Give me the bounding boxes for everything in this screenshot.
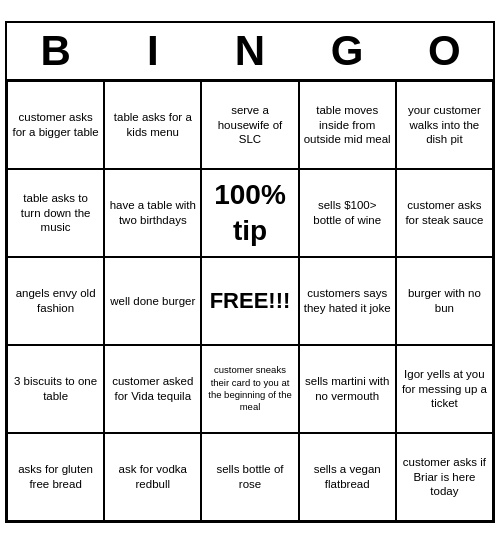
bingo-cell-13[interactable]: customers says they hated it joke: [299, 257, 396, 345]
bingo-cell-3[interactable]: table moves inside from outside mid meal: [299, 81, 396, 169]
bingo-cell-19[interactable]: Igor yells at you for messing up a ticke…: [396, 345, 493, 433]
bingo-cell-17[interactable]: customer sneaks their card to you at the…: [201, 345, 298, 433]
bingo-cell-8[interactable]: sells $100> bottle of wine: [299, 169, 396, 257]
letter-n: N: [204, 27, 296, 75]
bingo-cell-20[interactable]: asks for gluten free bread: [7, 433, 104, 521]
bingo-cell-22[interactable]: sells bottle of rose: [201, 433, 298, 521]
bingo-cell-18[interactable]: sells martini with no vermouth: [299, 345, 396, 433]
bingo-cell-10[interactable]: angels envy old fashion: [7, 257, 104, 345]
bingo-cell-15[interactable]: 3 biscuits to one table: [7, 345, 104, 433]
bingo-cell-12[interactable]: FREE!!!: [201, 257, 298, 345]
bingo-cell-1[interactable]: table asks for a kids menu: [104, 81, 201, 169]
letter-g: G: [301, 27, 393, 75]
bingo-cell-24[interactable]: customer asks if Briar is here today: [396, 433, 493, 521]
bingo-header: B I N G O: [7, 23, 493, 81]
bingo-cell-16[interactable]: customer asked for Vida tequila: [104, 345, 201, 433]
bingo-cell-5[interactable]: table asks to turn down the music: [7, 169, 104, 257]
bingo-cell-6[interactable]: have a table with two birthdays: [104, 169, 201, 257]
bingo-cell-14[interactable]: burger with no bun: [396, 257, 493, 345]
bingo-grid: customer asks for a bigger tabletable as…: [7, 81, 493, 521]
letter-o: O: [398, 27, 490, 75]
bingo-cell-21[interactable]: ask for vodka redbull: [104, 433, 201, 521]
bingo-cell-0[interactable]: customer asks for a bigger table: [7, 81, 104, 169]
bingo-cell-2[interactable]: serve a housewife of SLC: [201, 81, 298, 169]
bingo-cell-7[interactable]: 100% tip: [201, 169, 298, 257]
letter-i: I: [107, 27, 199, 75]
bingo-cell-4[interactable]: your customer walks into the dish pit: [396, 81, 493, 169]
bingo-cell-11[interactable]: well done burger: [104, 257, 201, 345]
bingo-cell-9[interactable]: customer asks for steak sauce: [396, 169, 493, 257]
bingo-cell-23[interactable]: sells a vegan flatbread: [299, 433, 396, 521]
letter-b: B: [10, 27, 102, 75]
bingo-card: B I N G O customer asks for a bigger tab…: [5, 21, 495, 523]
